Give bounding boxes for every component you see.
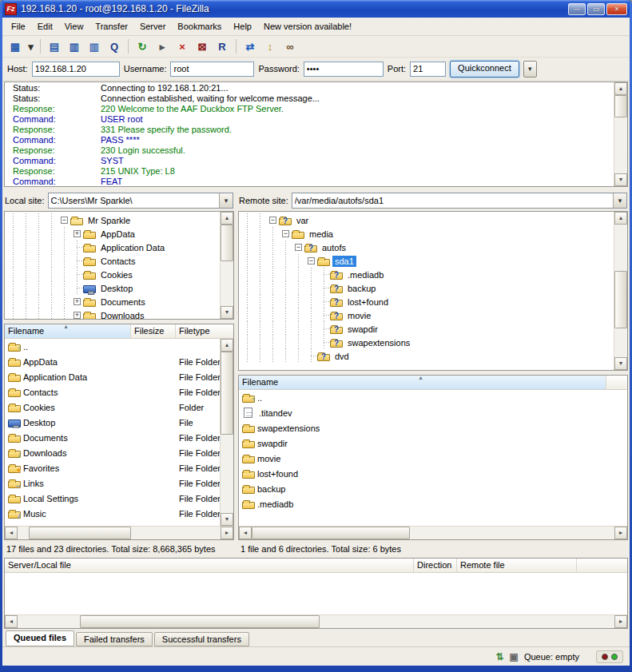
local-file-row-favorites[interactable]: FavoritesFile Folder (5, 460, 233, 475)
menu-item-file[interactable]: File (6, 19, 31, 34)
password-input[interactable] (304, 62, 384, 77)
column-header-filetype[interactable]: Filetype (176, 324, 233, 338)
remote-file-row-mediadb[interactable]: .mediadb (239, 496, 627, 511)
column-header-filename[interactable]: Filename (5, 324, 131, 338)
scroll-left-button[interactable] (5, 615, 18, 628)
scroll-down-button[interactable] (221, 306, 233, 319)
remote-tree-item-autofs[interactable]: autofs (240, 241, 613, 254)
local-file-row-desktop[interactable]: DesktopFile (5, 415, 233, 430)
remote-tree-item-var[interactable]: var (240, 213, 613, 227)
scroll-track[interactable] (221, 225, 233, 306)
remote-tree-item-movie[interactable]: movie (240, 308, 613, 322)
remote-tree-item-lost-found[interactable]: lost+found (240, 295, 613, 308)
log-scrollbar[interactable] (614, 82, 627, 186)
remote-path-input[interactable] (292, 193, 613, 208)
close-button[interactable]: × (606, 3, 627, 15)
remote-file-row-lost-found[interactable]: lost+found (239, 466, 627, 481)
scroll-thumb[interactable] (614, 271, 627, 328)
local-list-scrollbar[interactable] (220, 339, 233, 526)
directory-comparison-button[interactable]: ⇄ (240, 38, 260, 55)
directory-comparison-status-icon[interactable]: ▣ (510, 651, 519, 662)
remote-file-row-backup[interactable]: backup (239, 481, 627, 496)
remote-tree-item-swapextensions[interactable]: swapextensions (240, 336, 613, 349)
local-tree-item-appdata[interactable]: AppData (6, 227, 219, 241)
remote-tree-item-dvd[interactable]: dvd (240, 349, 613, 363)
transfer-queue-body[interactable] (5, 573, 627, 614)
scroll-left-button[interactable] (5, 527, 18, 539)
scroll-track[interactable] (18, 615, 614, 628)
column-header-server-local-file[interactable]: Server/Local file (5, 559, 414, 572)
scroll-track[interactable] (18, 527, 221, 539)
local-file-row-documents[interactable]: DocumentsFile Folder (5, 430, 233, 445)
local-file-row-links[interactable]: LinksFile Folder (5, 475, 233, 491)
refresh-button[interactable]: ↻ (133, 38, 152, 55)
menu-item-view[interactable]: View (59, 19, 89, 34)
scroll-thumb[interactable] (29, 527, 131, 539)
scroll-thumb[interactable] (252, 527, 410, 539)
find-files-button[interactable]: ∞ (280, 38, 300, 55)
synchronized-browsing-button[interactable]: ↕ (260, 38, 280, 55)
quickconnect-button[interactable]: Quickconnect (450, 61, 519, 78)
remote-list-hscrollbar[interactable] (239, 526, 627, 539)
toggle-transfer-queue-button[interactable]: Q (105, 38, 124, 55)
scroll-right-button[interactable] (614, 615, 627, 628)
remote-file-row-[interactable]: .. (239, 390, 627, 405)
local-tree-item-contacts[interactable]: Contacts (6, 254, 219, 268)
quickconnect-dropdown-button[interactable] (523, 61, 537, 78)
local-tree-scrollbar[interactable] (220, 212, 233, 319)
local-file-row-cookies[interactable]: CookiesFolder (5, 400, 233, 415)
collapse-icon[interactable] (269, 217, 276, 224)
tab-successful-transfers[interactable]: Successful transfers (154, 632, 249, 646)
menu-item-new-version-available[interactable]: New version available! (258, 19, 357, 34)
remote-file-row-titandev[interactable]: .titandev (239, 405, 627, 420)
menu-item-edit[interactable]: Edit (32, 19, 58, 34)
collapse-icon[interactable] (295, 244, 302, 251)
scroll-track[interactable] (614, 95, 627, 173)
maximize-button[interactable]: ▭ (587, 3, 605, 15)
port-input[interactable] (410, 62, 446, 77)
speed-limits-icon[interactable]: ⇅ (496, 651, 504, 662)
scroll-left-button[interactable] (239, 527, 252, 539)
process-queue-button[interactable]: ▸ (153, 38, 172, 55)
menu-item-bookmarks[interactable]: Bookmarks (172, 19, 227, 34)
toggle-remote-tree-button[interactable]: ▥ (85, 38, 104, 55)
local-file-row-local-settings[interactable]: Local SettingsFile Folder (5, 491, 233, 506)
column-header-filesize[interactable]: Filesize (131, 324, 176, 338)
local-path-input[interactable] (49, 193, 219, 208)
combo-dropdown-icon[interactable] (219, 193, 233, 208)
scroll-right-button[interactable] (614, 527, 627, 539)
remote-file-row-swapdir[interactable]: swapdir (239, 435, 627, 451)
title-bar[interactable]: Fz 192.168.1.20 - root@192.168.1.20 - Fi… (2, 0, 630, 18)
toggle-message-log-button[interactable]: ▤ (45, 38, 64, 55)
local-tree-item-mr-sparkle[interactable]: Mr Sparkle (6, 213, 219, 227)
local-file-row-appdata[interactable]: AppDataFile Folder (5, 354, 233, 369)
scroll-thumb[interactable] (221, 352, 233, 435)
local-file-row-[interactable]: .. (5, 339, 233, 354)
local-tree-item-application-data[interactable]: Application Data (6, 241, 219, 254)
scroll-up-button[interactable] (614, 82, 627, 95)
scroll-down-button[interactable] (221, 513, 233, 526)
remote-file-row-swapextensions[interactable]: swapextensions (239, 420, 627, 435)
local-site-combo[interactable] (48, 193, 233, 209)
reconnect-button[interactable]: R (213, 38, 232, 55)
menu-item-help[interactable]: Help (228, 19, 257, 34)
scroll-right-button[interactable] (221, 527, 233, 539)
scroll-track[interactable] (614, 225, 627, 357)
toggle-local-tree-button[interactable]: ▥ (65, 38, 84, 55)
queue-hscrollbar[interactable] (5, 614, 627, 628)
scroll-track[interactable] (252, 527, 614, 539)
remote-tree-item-mediadb[interactable]: .mediadb (240, 268, 613, 281)
expand-icon[interactable] (74, 298, 81, 305)
site-manager-button[interactable]: ▦ (6, 38, 25, 55)
scroll-down-button[interactable] (614, 173, 627, 186)
collapse-icon[interactable] (282, 230, 289, 237)
remote-file-row-movie[interactable]: movie (239, 451, 627, 466)
tab-queued-files[interactable]: Queued files (6, 630, 74, 646)
username-input[interactable] (170, 62, 254, 77)
local-tree-item-documents[interactable]: Documents (6, 295, 219, 308)
menu-item-server[interactable]: Server (134, 19, 171, 34)
scroll-track[interactable] (221, 352, 233, 513)
local-tree-item-cookies[interactable]: Cookies (6, 268, 219, 281)
remote-tree-item-sda1[interactable]: sda1 (240, 254, 613, 268)
host-input[interactable] (32, 62, 120, 77)
